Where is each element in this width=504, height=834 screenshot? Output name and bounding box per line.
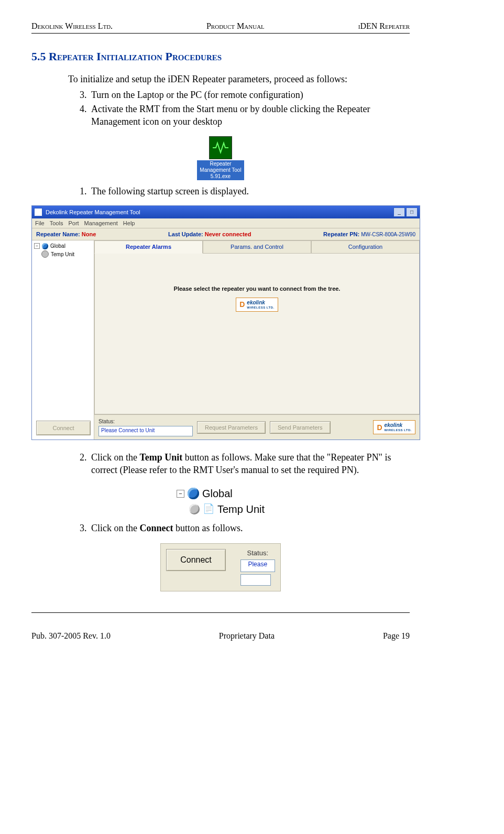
running-header: Dekolink Wireless Ltd. Product Manual iD…	[31, 21, 410, 33]
bottom-strip: Status: Please Connect to Unit Request P…	[94, 414, 420, 440]
status-label: Status:	[98, 418, 193, 425]
tree-figure: − Global 📄 Temp Unit	[31, 485, 410, 518]
connect-figure: Connect Status: Please	[160, 543, 281, 592]
minimize-button[interactable]: _	[393, 207, 405, 217]
globe-icon	[188, 488, 199, 499]
running-footer: Pub. 307-2005 Rev. 1.0 Proprietary Data …	[31, 629, 410, 642]
menu-management[interactable]: Management	[84, 220, 118, 227]
desktop-icon[interactable]: Repeater Management Tool 5.91.exe	[197, 136, 244, 180]
connect-button-big[interactable]: Connect	[166, 549, 226, 572]
dekolink-logo: D ekolink WIRELESS LTD.	[236, 298, 278, 312]
tree-fig-child-label: Temp Unit	[217, 502, 265, 516]
step-4: Activate the RMT from the Start menu or …	[89, 103, 410, 128]
logo-text: ekolink	[385, 422, 402, 428]
repeater-name-value: None	[82, 231, 96, 237]
step-3b-group: Click on the Connect button as follows.	[68, 522, 410, 534]
tree-fig-child[interactable]: 📄 Temp Unit	[189, 502, 265, 516]
tab-params-control[interactable]: Params. and Control	[203, 240, 311, 253]
step-1-group: The following startup screen is displaye…	[68, 185, 410, 197]
desktop-icon-figure: Repeater Management Tool 5.91.exe	[31, 136, 410, 181]
tree-fig-root-label: Global	[202, 487, 233, 500]
step-2-group: Click on the Temp Unit button as follows…	[68, 452, 410, 476]
logo-d-icon: D	[239, 300, 245, 309]
footer-center: Proprietary Data	[219, 631, 275, 642]
menu-file[interactable]: File	[35, 220, 45, 227]
step-3b-pre: Click on the	[91, 523, 140, 533]
repeater-pn-label: Repeater PN:	[323, 231, 359, 237]
step-3b: Click on the Connect button as follows.	[89, 522, 410, 534]
globe-icon	[42, 243, 48, 249]
menu-port[interactable]: Port	[68, 220, 79, 227]
connect-status-empty	[240, 574, 271, 586]
header-center: Product Manual	[206, 21, 265, 32]
tab-configuration[interactable]: Configuration	[311, 240, 420, 253]
tree-temp-unit[interactable]: Temp Unit	[41, 250, 92, 258]
last-update-label: Last Update:	[168, 231, 203, 237]
info-row: Repeater Name: None Last Update: Never c…	[32, 228, 420, 240]
logo-subtext: WIRELESS LTD.	[247, 306, 274, 310]
desktop-icon-label: Repeater Management Tool 5.91.exe	[197, 160, 244, 180]
section-title: Repeater Initialization Procedures	[49, 50, 222, 63]
menubar: File Tools Port Management Help	[32, 218, 420, 228]
tree-child-label: Temp Unit	[51, 251, 74, 258]
titlebar: Dekolink Repeater Management Tool _ □	[32, 206, 420, 218]
tab-repeater-alarms[interactable]: Repeater Alarms	[94, 240, 203, 253]
menu-tools[interactable]: Tools	[50, 220, 63, 227]
connect-status-value: Please	[240, 559, 275, 572]
tree-root[interactable]: − Global	[34, 243, 92, 249]
app-window: Dekolink Repeater Management Tool _ □ Fi…	[31, 205, 420, 441]
folder-icon: 📄	[203, 503, 214, 515]
send-params-button[interactable]: Send Parameters	[270, 421, 331, 434]
window-title: Dekolink Repeater Management Tool	[46, 208, 140, 216]
app-icon	[34, 208, 42, 216]
collapse-icon[interactable]: −	[34, 243, 40, 249]
last-update-value: Never connected	[205, 231, 251, 237]
step-2-bold: Temp Unit	[140, 452, 183, 463]
footer-left: Pub. 307-2005 Rev. 1.0	[31, 631, 111, 642]
tree-fig-root[interactable]: − Global	[177, 487, 265, 500]
header-left: Dekolink Wireless Ltd.	[31, 21, 113, 32]
repeater-name-label: Repeater Name:	[36, 231, 80, 237]
header-right: iDEN Repeater	[358, 21, 410, 32]
step-3b-bold: Connect	[140, 523, 173, 533]
oscilloscope-icon	[209, 136, 232, 159]
connect-status-label: Status:	[240, 549, 275, 558]
step-3: Turn on the Laptop or the PC (for remote…	[89, 89, 410, 101]
steps-first-group: Turn on the Laptop or the PC (for remote…	[68, 89, 410, 128]
logo-subtext: WIRELESS LTD.	[385, 429, 412, 433]
request-params-button[interactable]: Request Parameters	[197, 421, 266, 434]
tree-root-label: Global	[50, 243, 65, 249]
maximize-button[interactable]: □	[406, 207, 418, 217]
footer-right: Page 19	[383, 631, 410, 642]
section-heading: 5.5 Repeater Initialization Procedures	[31, 49, 410, 64]
step-3b-post: button as follows.	[173, 523, 243, 533]
step-2: Click on the Temp Unit button as follows…	[89, 452, 410, 476]
logo-text: ekolink	[247, 300, 265, 305]
status-value: Please Connect to Unit	[98, 426, 193, 436]
unit-icon	[189, 504, 200, 514]
connect-button[interactable]: Connect	[36, 421, 91, 435]
step-2-pre: Click on the	[91, 452, 140, 463]
center-panel: Please select the repeater you want to c…	[94, 254, 420, 415]
repeater-pn-value: MW-CSR-800A-25W90	[361, 232, 415, 237]
connect-figure-wrap: Connect Status: Please	[31, 543, 410, 592]
logo-d-icon: D	[377, 423, 382, 432]
menu-help[interactable]: Help	[123, 220, 135, 227]
center-message: Please select the repeater you want to c…	[174, 285, 341, 292]
tabs: Repeater Alarms Params. and Control Conf…	[94, 240, 420, 253]
collapse-icon[interactable]: −	[177, 490, 184, 498]
intro-text: To initialize and setup the iDEN Repeate…	[68, 73, 410, 85]
step-1: The following startup screen is displaye…	[89, 185, 410, 197]
section-number: 5.5	[31, 50, 46, 63]
tree-pane: − Global Temp Unit Connect	[32, 240, 94, 440]
unit-icon	[41, 250, 49, 258]
dekolink-logo-footer: D ekolink WIRELESS LTD.	[373, 420, 415, 434]
